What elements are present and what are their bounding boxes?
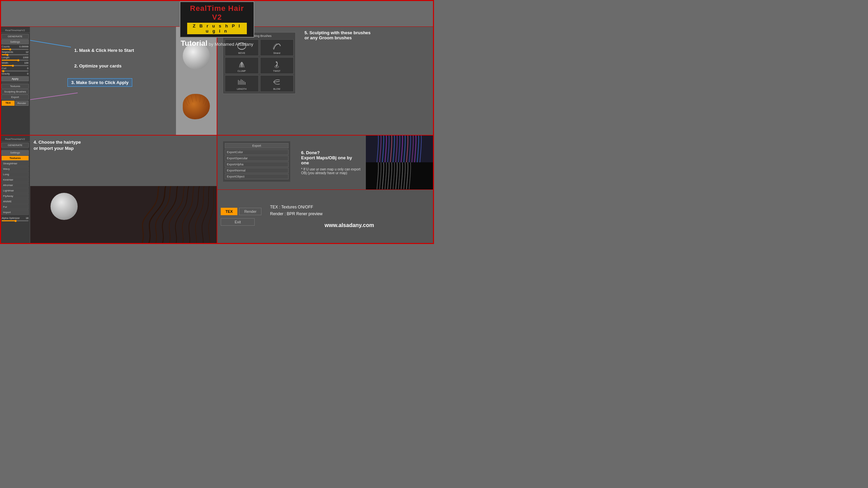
svg-line-5 (196, 95, 196, 101)
export-alpha-btn[interactable]: ExportAlpha (225, 162, 289, 167)
panels-container: RealTimeHairV2 GENERATE Settings Counts … (0, 26, 434, 244)
exit-button[interactable]: Exit (221, 218, 255, 226)
twist-brush-icon (270, 59, 283, 69)
length-label: Length (2, 56, 23, 59)
twist-brush-label: TWIST (273, 70, 280, 72)
export-panel-wrapper: Export ExportColor ExportSpecular Export… (217, 136, 296, 189)
width-slider[interactable] (2, 65, 28, 66)
twist-icon-svg (270, 59, 283, 69)
step4-text: 4. Choose the hairtype or Import your Ma… (34, 140, 81, 151)
svg-line-2 (184, 99, 188, 106)
export-specular-btn[interactable]: ExportSpecular (225, 156, 289, 161)
generate-btn-2[interactable]: GENERATE (1, 143, 29, 148)
panel-bottom-left: RealTimeHairV2 GENERATE Settings Texture… (0, 135, 217, 244)
alpha-optimizer-row: Alpha Optimizer 18 (0, 216, 30, 220)
width-label: Width (2, 61, 24, 64)
logo-box: RealTime Hair V2 Z B r u s h P l u g i n (180, 1, 254, 38)
tex-desc: TEX : Textures ON/OFF (270, 205, 429, 209)
sidebar-bottom: RealTimeHairV2 GENERATE Settings Texture… (0, 136, 30, 244)
export-color-btn[interactable]: ExportColor (225, 149, 289, 155)
bl-content: 4. Choose the hairtype or Import your Ma… (30, 136, 217, 244)
tex-big-button[interactable]: TEX (221, 208, 237, 215)
alpha-optimizer-slider[interactable] (2, 220, 28, 221)
curl-value: 0 (27, 67, 28, 70)
wavy-item[interactable]: Wavy (1, 166, 29, 171)
blow-icon-svg (270, 77, 283, 87)
curl-label: Curl (2, 67, 27, 70)
length-brush[interactable]: LENGTH (225, 75, 259, 92)
step4-line2: or Import your Map (34, 146, 74, 151)
fur-item[interactable]: Fur (1, 204, 29, 209)
blow-brush-icon (270, 77, 283, 87)
tutorial-line: Tutorial by Mohamed Alsadany (181, 39, 253, 48)
length-brush-label: LENGTH (237, 88, 246, 90)
counts-slider[interactable] (2, 49, 28, 50)
blow-brush[interactable]: BLOW (260, 75, 294, 92)
hair-texture-preview (30, 186, 217, 244)
step6-note: * If U use ur own map u only can export … (301, 167, 361, 175)
settings-btn-2[interactable]: Settings (1, 150, 29, 155)
width-value: 100 (24, 61, 28, 64)
tex-button[interactable]: TEX (2, 101, 15, 106)
step6-area: 6. Done? Export Maps/OBj one by one * If… (296, 136, 366, 189)
export-btn[interactable]: Export (1, 95, 29, 100)
tex-render-desc: TEX : Textures ON/OFF Render : BPR Rener… (265, 201, 434, 232)
straight-hair-item[interactable]: StraightHair (1, 161, 29, 166)
kink-hair-item[interactable]: KinkHair (1, 177, 29, 182)
colored-hair-svg (366, 136, 434, 162)
sculpting-brushes-btn[interactable]: Sculpting Brushes (1, 89, 29, 94)
author-label: by Mohamed Alsadany (208, 42, 253, 47)
render-desc: Render : BPR Rener preview (270, 211, 429, 216)
textures-btn-2[interactable]: Textures (1, 156, 29, 161)
render-big-button[interactable]: Render (239, 208, 261, 215)
step4-label: 4. Choose the hairtype or Import your Ma… (34, 139, 213, 151)
svg-line-3 (187, 97, 190, 104)
render-button[interactable]: Render (15, 101, 29, 106)
export-panel: Export ExportColor ExportSpecular Export… (223, 141, 291, 182)
logo-white: RealTime Hair (190, 4, 244, 13)
logo-red: V2 (212, 13, 222, 21)
clump-brush[interactable]: CLUMP (225, 57, 259, 74)
hair-wavy-svg (115, 186, 217, 244)
svg-line-1 (30, 93, 78, 100)
gravity-label: Gravity (2, 72, 27, 75)
twist-brush[interactable]: TWIST (260, 57, 294, 74)
logo-subtitle: Z B r u s h P l u g i n (187, 23, 247, 34)
length-brush-icon (235, 77, 249, 87)
br-top-half: Export ExportColor ExportSpecular Export… (217, 136, 434, 190)
furball-preview (183, 94, 210, 119)
website: www.alsadany.com (270, 222, 429, 228)
export-object-btn[interactable]: ExportObject (225, 174, 289, 179)
tutorial-label: Tutorial (181, 39, 208, 47)
step6-text-line2: Export Maps/OBj one by one (301, 155, 352, 165)
length-icon-svg (235, 77, 248, 87)
curl-slider[interactable] (2, 70, 28, 72)
step2-text: 2. Optimize your cards (74, 63, 121, 68)
afro-hair-item[interactable]: AfroHair (1, 183, 29, 188)
gravity-value: 0 (27, 72, 28, 75)
step3-text: 3. Make Sure to Click Apply (67, 78, 132, 87)
anime-item[interactable]: ANIME (1, 199, 29, 204)
long-item[interactable]: Long (1, 172, 29, 177)
import-item[interactable]: Import (1, 210, 29, 215)
textures-btn[interactable]: Textures (1, 84, 29, 89)
segments-value: 12 (26, 50, 28, 54)
width-row: Width 100 (0, 61, 30, 65)
strand-brush-label: Strand (273, 52, 280, 54)
clump-brush-label: CLUMP (237, 70, 246, 72)
tex-render-section: TEX Render Exit (217, 204, 265, 229)
tex-render-row: TEX Render (0, 100, 30, 106)
length-value: 1000 (23, 56, 28, 59)
curl-row: Curl 0 (0, 66, 30, 70)
light-hair-item[interactable]: LightHair (1, 188, 29, 193)
length-slider[interactable] (2, 60, 28, 61)
apply-btn[interactable]: Apply (1, 76, 29, 81)
export-normal-btn[interactable]: ExportNormal (225, 168, 289, 173)
clump-brush-icon (235, 59, 249, 69)
fly-away-item[interactable]: FlyAway (1, 194, 29, 199)
segments-slider[interactable] (2, 54, 28, 55)
header: RealTime Hair V2 Z B r u s h P l u g i n… (0, 0, 434, 48)
tex-render-buttons: TEX Render (221, 208, 261, 215)
colored-hair-render (366, 136, 434, 162)
segments-row: Segments 12 (0, 50, 30, 54)
